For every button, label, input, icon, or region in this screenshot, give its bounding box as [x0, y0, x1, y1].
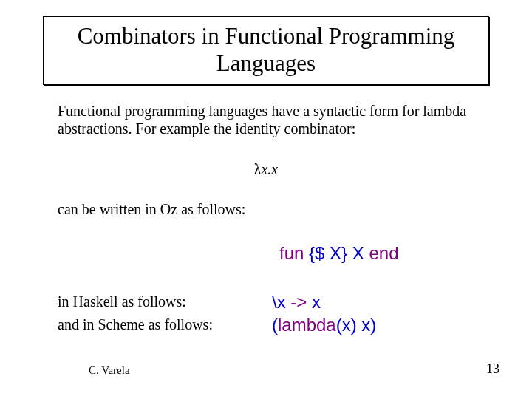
haskell-code: \x -> x [272, 290, 376, 313]
haskell-label: in Haskell as follows: [58, 290, 272, 313]
lambda-body: x.x [261, 161, 278, 177]
lambda-expression: λx.x [58, 160, 474, 178]
haskell-left: \x [272, 292, 290, 312]
title-box: Combinators in Functional Programming La… [43, 16, 489, 85]
scheme-rest: (x) x) [336, 315, 377, 335]
scheme-label: and in Scheme as follows: [58, 313, 272, 336]
haskell-arrow: -> [290, 292, 307, 312]
haskell-right: x [307, 292, 321, 312]
oz-code-row: fun {$ X} X end [58, 242, 474, 264]
oz-keyword-end: end [369, 243, 398, 263]
slide-body: Functional programming languages have a … [58, 102, 474, 336]
oz-code: fun {$ X} X end [279, 242, 399, 264]
lambda-symbol: λ [254, 161, 262, 177]
code-column: \x -> x (lambda(x) x) [272, 290, 376, 336]
scheme-code: (lambda(x) x) [272, 313, 376, 336]
footer-page-number: 13 [486, 361, 499, 377]
footer-author: C. Varela [89, 364, 130, 377]
scheme-keyword: lambda [278, 315, 336, 335]
scheme-open: ( [272, 315, 278, 335]
intro-paragraph: Functional programming languages have a … [58, 102, 474, 138]
slide-title: Combinators in Functional Programming La… [51, 23, 481, 77]
oz-code-mid: {$ X} X [304, 243, 369, 263]
slide: Combinators in Functional Programming La… [0, 0, 532, 399]
labels-column: in Haskell as follows: and in Scheme as … [58, 290, 272, 336]
oz-intro: can be written in Oz as follows: [58, 200, 474, 218]
two-column-section: in Haskell as follows: and in Scheme as … [58, 290, 474, 336]
oz-keyword-fun: fun [279, 243, 304, 263]
